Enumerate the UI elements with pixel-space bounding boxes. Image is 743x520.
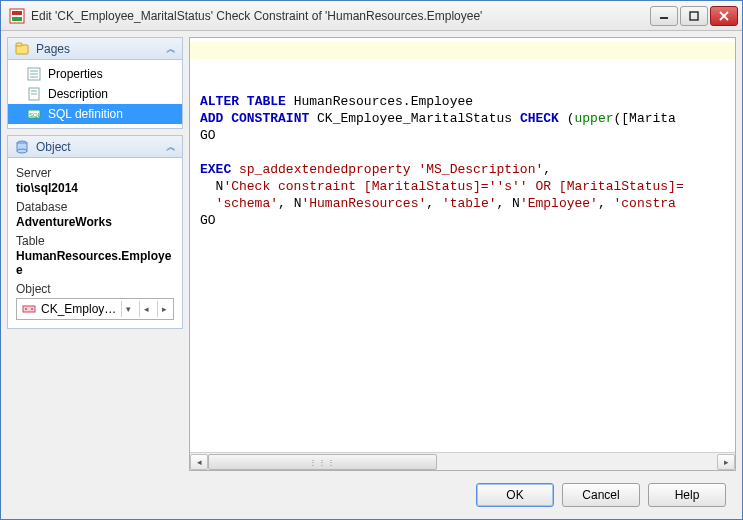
object-panel: Object ︽ Server tio\sql2014 Database Adv… [7,135,183,329]
svg-rect-8 [16,43,22,46]
page-item-label: SQL definition [48,107,123,121]
page-description[interactable]: Description [8,84,182,104]
svg-point-20 [17,149,27,153]
properties-icon [26,67,42,81]
pages-panel-header[interactable]: Pages ︽ [8,38,182,60]
object-panel-header[interactable]: Object ︽ [8,136,182,158]
current-line-highlight [190,42,735,59]
object-label: Object [16,282,174,296]
database-label: Database [16,200,174,214]
server-value: tio\sql2014 [16,181,174,195]
scroll-left-button[interactable]: ◂ [190,454,208,470]
maximize-button[interactable] [680,6,708,26]
pages-tree: Properties Description SQL SQL definitio… [8,60,182,128]
picker-dropdown[interactable]: ▾ [121,301,135,317]
svg-rect-1 [12,11,22,15]
svg-point-22 [25,308,27,310]
table-value: HumanResources.Employee [16,249,174,277]
pages-icon [14,41,30,57]
svg-rect-21 [23,306,35,312]
svg-text:SQL: SQL [29,112,41,118]
page-item-label: Properties [48,67,103,81]
cancel-button[interactable]: Cancel [562,483,640,507]
object-icon [14,139,30,155]
server-label: Server [16,166,174,180]
horizontal-scrollbar[interactable]: ◂ ⋮⋮⋮ ▸ [190,452,735,470]
svg-rect-2 [12,17,22,21]
description-icon [26,87,42,101]
page-properties[interactable]: Properties [8,64,182,84]
left-column: Pages ︽ Properties Description [7,37,183,471]
client-area: Pages ︽ Properties Description [1,31,742,519]
svg-point-23 [31,308,33,310]
dialog-window: Edit 'CK_Employee_MaritalStatus' Check C… [0,0,743,520]
help-button[interactable]: Help [648,483,726,507]
scroll-right-button[interactable]: ▸ [717,454,735,470]
minimize-button[interactable] [650,6,678,26]
scrollbar-thumb[interactable]: ⋮⋮⋮ [208,454,437,470]
scrollbar-track[interactable]: ⋮⋮⋮ [208,454,717,470]
ok-button[interactable]: OK [476,483,554,507]
app-icon [9,8,25,24]
object-panel-title: Object [36,140,71,154]
picker-prev[interactable]: ◂ [139,301,153,317]
object-picker[interactable]: CK_Employee_M... ▾ ◂ ▸ [16,298,174,320]
chevron-up-icon: ︽ [166,42,176,56]
close-button[interactable] [710,6,738,26]
sql-editor[interactable]: ALTER TABLE HumanResources.Employee ADD … [190,38,735,452]
chevron-up-icon: ︽ [166,140,176,154]
svg-rect-4 [690,12,698,20]
table-label: Table [16,234,174,248]
titlebar[interactable]: Edit 'CK_Employee_MaritalStatus' Check C… [1,1,742,31]
object-panel-body: Server tio\sql2014 Database AdventureWor… [8,158,182,328]
window-title: Edit 'CK_Employee_MaritalStatus' Check C… [31,9,650,23]
sql-icon: SQL [26,107,42,121]
dialog-footer: OK Cancel Help [7,477,736,513]
window-controls [650,6,738,26]
page-sql-definition[interactable]: SQL SQL definition [8,104,182,124]
page-item-label: Description [48,87,108,101]
sql-editor-panel: ALTER TABLE HumanResources.Employee ADD … [189,37,736,471]
picker-next[interactable]: ▸ [157,301,171,317]
object-picker-text: CK_Employee_M... [41,302,117,316]
constraint-icon [21,301,37,317]
pages-panel-title: Pages [36,42,70,56]
pages-panel: Pages ︽ Properties Description [7,37,183,129]
database-value: AdventureWorks [16,215,174,229]
